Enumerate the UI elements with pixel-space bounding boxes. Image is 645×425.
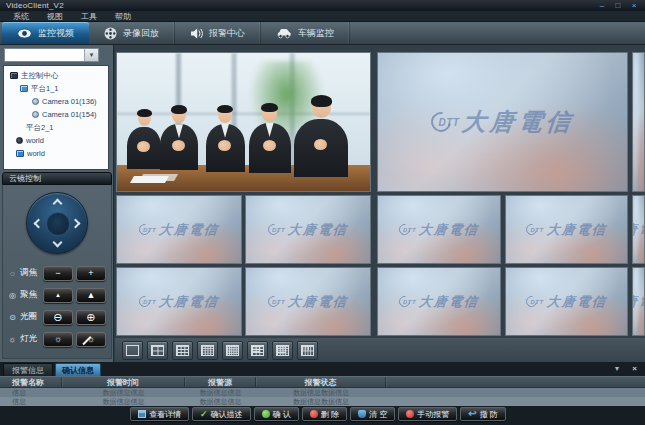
layout-5x5-button[interactable] [222, 341, 243, 360]
focus-far-button[interactable]: ▲ [76, 288, 106, 303]
minimize-icon[interactable]: – [597, 1, 607, 10]
chevron-down-icon[interactable]: ▾ [84, 49, 98, 61]
film-reel-icon [104, 27, 117, 40]
tree-item-world-1[interactable]: world [4, 134, 108, 147]
video-tile-live-people[interactable] [116, 52, 371, 192]
ptz-right-icon[interactable] [71, 219, 81, 229]
device-dropdown[interactable]: ▾ [4, 48, 99, 62]
delete-button[interactable]: 删 除 [302, 407, 347, 421]
collapse-icon[interactable]: ▾ [615, 364, 619, 373]
crescent-icon [427, 108, 455, 136]
zoom-out-button[interactable]: − [43, 266, 73, 281]
green-dot-icon [262, 410, 270, 418]
layout-2x2-icon [151, 345, 164, 356]
confirm-button[interactable]: 确 认 [254, 407, 299, 421]
dtt-watermark: DTT大唐電信 [526, 293, 606, 311]
dtt-watermark: DTT大唐電信 [526, 221, 606, 239]
focus-near-button[interactable]: ▲ [43, 288, 73, 303]
layout-3x3-button[interactable] [172, 341, 193, 360]
tab-alarm-center[interactable]: 报警中心 [175, 22, 261, 44]
light-on-button[interactable]: ☼ [43, 332, 73, 347]
ptz-row-iris: ⊙光圈 ⊖ ⊕ [3, 309, 111, 325]
menu-bar: 系统 视图 工具 帮助 [0, 11, 645, 22]
alarm-actions: 查看详情 ✓确认描述 确 认 删 除 清 空 手动报警 ↩撤 防 [130, 406, 506, 422]
device-dropdown-value [5, 49, 84, 61]
detail-icon [138, 410, 146, 418]
maximize-icon[interactable]: □ [613, 1, 623, 10]
ptz-panel-header: 云镜控制 [2, 172, 112, 185]
light-off-button[interactable]: ☼ [76, 332, 106, 347]
tree-item-control-center[interactable]: 主控制中心 [4, 69, 108, 82]
layout-4x4-icon [201, 345, 214, 356]
iris-open-button[interactable]: ⊕ [76, 310, 106, 325]
iris-close-button[interactable]: ⊖ [43, 310, 73, 325]
ptz-row-focus: ◎聚焦 ▲ ▲ [3, 287, 111, 303]
zoom-in-button[interactable]: + [76, 266, 106, 281]
ptz-row-light: ☼灯光 ☼ ☼ [3, 331, 111, 347]
tree-item-platform1[interactable]: 平台1_1 [4, 82, 108, 95]
tree-item-camera-154[interactable]: Camera 01(154) [4, 108, 108, 121]
menu-tools[interactable]: 工具 [72, 11, 106, 22]
view-detail-button[interactable]: 查看详情 [130, 407, 189, 421]
video-tile-idle-large[interactable]: DTT大唐電信 [377, 52, 628, 192]
layout-2plus8-button[interactable] [297, 341, 318, 360]
tab-playback[interactable]: 录像回放 [89, 22, 175, 44]
video-tile-idle[interactable]: DTT大唐電信 [377, 267, 501, 336]
ptz-up-icon[interactable] [53, 199, 63, 209]
video-tile-clipped[interactable] [632, 52, 645, 192]
disarm-button[interactable]: ↩撤 防 [460, 407, 506, 421]
screen-blue-icon [16, 150, 24, 157]
close-icon[interactable]: × [629, 1, 639, 10]
menu-help[interactable]: 帮助 [106, 11, 140, 22]
confirm-description-button[interactable]: ✓确认描述 [192, 407, 251, 421]
tab-alarm-info[interactable]: 报警信息 [3, 363, 53, 376]
device-tree: 主控制中心 平台1_1 Camera 01(136) Camera 01(154… [3, 65, 109, 170]
video-tile-idle[interactable]: DTT大唐電信 [505, 267, 628, 336]
layout-4x4-button[interactable] [197, 341, 218, 360]
globe-dark-icon [16, 137, 23, 144]
camera-icon [32, 111, 39, 118]
layout-3x3-icon [176, 345, 189, 356]
ptz-panel: ◌调焦 − + ◎聚焦 ▲ ▲ ⊙光圈 ⊖ ⊕ ☼灯光 ☼ ☼ [2, 185, 112, 359]
alarm-table-row[interactable]: 信息 数据信息信息 数据信息信息 数据信息数据信息 [0, 388, 645, 397]
menu-system[interactable]: 系统 [4, 11, 38, 22]
ptz-center-hub[interactable] [46, 212, 70, 236]
video-tile-clipped[interactable]: 大唐電信 [632, 267, 645, 336]
papers [130, 176, 169, 183]
tab-monitor-video[interactable]: 监控视频 [2, 22, 89, 44]
menu-view[interactable]: 视图 [38, 11, 72, 22]
alarm-table-row[interactable]: 信息 数据信息信息 数据信息信息 数据信息数据信息 [0, 397, 645, 406]
ptz-down-icon[interactable] [53, 238, 63, 248]
clear-button[interactable]: 清 空 [350, 407, 395, 421]
video-tile-idle[interactable]: DTT大唐電信 [377, 195, 501, 264]
check-icon: ✓ [200, 410, 208, 418]
video-tile-idle[interactable]: DTT大唐電信 [245, 195, 371, 264]
alarm-table-header: 报警名称 报警时间 报警源 报警状态 [0, 376, 645, 388]
manual-alarm-button[interactable]: 手动报警 [398, 407, 457, 421]
video-tile-clipped[interactable]: 大唐電信 [632, 195, 645, 264]
layout-1plus5-button[interactable] [247, 341, 268, 360]
video-tile-idle[interactable]: DTT大唐電信 [505, 195, 628, 264]
video-tile-idle[interactable]: DTT大唐電信 [116, 195, 242, 264]
video-tile-idle[interactable]: DTT大唐電信 [245, 267, 371, 336]
layout-2x2-button[interactable] [147, 341, 168, 360]
col-alarm-source: 报警源 [185, 377, 256, 387]
dtt-watermark: DTT大唐電信 [139, 221, 219, 239]
ptz-left-icon[interactable] [34, 219, 44, 229]
close-panel-icon[interactable]: × [632, 364, 637, 373]
speaker-icon [190, 28, 203, 39]
layout-1plus7-button[interactable] [272, 341, 293, 360]
dtt-watermark: DTT大唐電信 [268, 221, 348, 239]
tab-vehicle-monitor[interactable]: 车辆监控 [261, 22, 350, 44]
red-dot-icon [310, 410, 318, 418]
tree-item-world-2[interactable]: world [4, 147, 108, 160]
tree-item-platform2[interactable]: 平台2_1 [4, 121, 108, 134]
tab-confirm-info[interactable]: 确认信息 [55, 363, 101, 376]
ptz-direction-pad[interactable] [26, 192, 88, 254]
video-tile-idle[interactable]: DTT大唐電信 [116, 267, 242, 336]
layout-1x1-button[interactable] [122, 341, 143, 360]
tree-item-camera-136[interactable]: Camera 01(136) [4, 95, 108, 108]
tab-label: 车辆监控 [298, 27, 334, 40]
window-title: VideoClient_V2 [6, 1, 64, 10]
layout-5x5-icon [226, 345, 239, 356]
